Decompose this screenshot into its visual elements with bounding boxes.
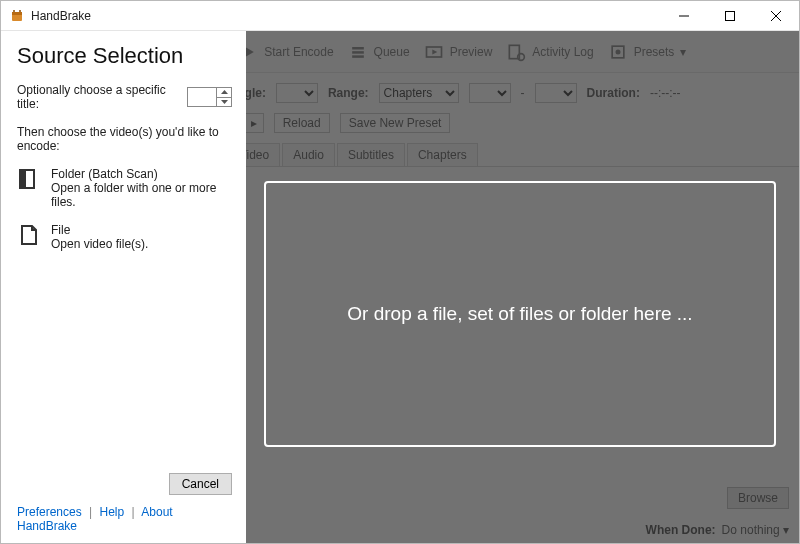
cancel-button[interactable]: Cancel [169, 473, 232, 495]
window-close-button[interactable] [753, 1, 799, 31]
svg-rect-24 [20, 170, 26, 188]
file-title: File [51, 223, 148, 237]
folder-option[interactable]: Folder (Batch Scan) Open a folder with o… [17, 167, 232, 209]
spinner-up-button[interactable] [217, 88, 231, 98]
app-title: HandBrake [31, 9, 91, 23]
drop-zone[interactable]: Or drop a file, set of files or folder h… [264, 181, 776, 447]
folder-subtitle: Open a folder with one or more files. [51, 181, 232, 209]
svg-point-2 [13, 10, 15, 12]
titlebar: HandBrake [1, 1, 799, 31]
window-maximize-button[interactable] [707, 1, 753, 31]
svg-rect-1 [12, 12, 22, 15]
optional-title-row: Optionally choose a specific title: [17, 83, 232, 111]
svg-rect-5 [726, 11, 735, 20]
folder-icon [17, 167, 41, 194]
spinner-down-button[interactable] [217, 98, 231, 107]
source-selection-panel: Source Selection Optionally choose a spe… [1, 31, 246, 543]
file-option[interactable]: File Open video file(s). [17, 223, 232, 251]
preferences-link[interactable]: Preferences [17, 505, 82, 519]
link-separator: | [132, 505, 135, 519]
file-subtitle: Open video file(s). [51, 237, 148, 251]
link-separator: | [89, 505, 92, 519]
panel-heading: Source Selection [17, 43, 232, 69]
window-minimize-button[interactable] [661, 1, 707, 31]
app-icon [9, 8, 25, 24]
file-icon [17, 223, 41, 250]
svg-point-3 [19, 10, 21, 12]
choose-label: Then choose the video(s) you'd like to e… [17, 125, 232, 153]
svg-marker-22 [221, 100, 228, 104]
panel-links: Preferences | Help | About HandBrake [17, 505, 232, 533]
svg-marker-21 [221, 90, 228, 94]
title-spinner-input[interactable] [188, 88, 216, 106]
folder-title: Folder (Batch Scan) [51, 167, 232, 181]
drop-zone-text: Or drop a file, set of files or folder h… [347, 303, 692, 325]
help-link[interactable]: Help [100, 505, 125, 519]
title-spinner[interactable] [187, 87, 232, 107]
optional-title-label: Optionally choose a specific title: [17, 83, 179, 111]
